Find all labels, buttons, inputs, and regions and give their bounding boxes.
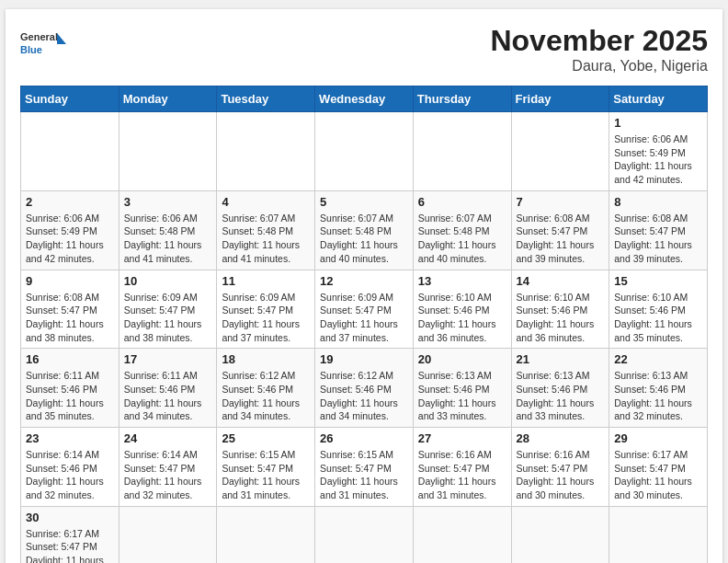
day-info: Sunrise: 6:16 AM Sunset: 5:47 PM Dayligh… [517, 448, 605, 502]
svg-marker-2 [57, 33, 66, 44]
day-info: Sunrise: 6:08 AM Sunset: 5:47 PM Dayligh… [26, 291, 114, 345]
calendar-cell: 16Sunrise: 6:11 AM Sunset: 5:46 PM Dayli… [21, 349, 119, 428]
day-number: 17 [124, 352, 212, 366]
day-info: Sunrise: 6:15 AM Sunset: 5:47 PM Dayligh… [320, 448, 408, 502]
day-number: 25 [222, 431, 310, 445]
calendar-cell [217, 506, 315, 563]
calendar-cell: 22Sunrise: 6:13 AM Sunset: 5:46 PM Dayli… [609, 349, 708, 428]
calendar-week-row: 9Sunrise: 6:08 AM Sunset: 5:47 PM Daylig… [21, 270, 708, 349]
day-number: 3 [124, 195, 212, 209]
calendar-cell: 18Sunrise: 6:12 AM Sunset: 5:46 PM Dayli… [217, 349, 315, 428]
weekday-header-row: SundayMondayTuesdayWednesdayThursdayFrid… [21, 86, 708, 112]
calendar-cell [609, 506, 708, 563]
day-number: 27 [418, 431, 506, 445]
calendar-week-row: 2Sunrise: 6:06 AM Sunset: 5:49 PM Daylig… [21, 190, 708, 270]
svg-text:Blue: Blue [20, 44, 42, 55]
calendar-cell: 28Sunrise: 6:16 AM Sunset: 5:47 PM Dayli… [511, 428, 609, 507]
day-number: 24 [124, 431, 212, 445]
calendar-cell: 14Sunrise: 6:10 AM Sunset: 5:46 PM Dayli… [511, 270, 609, 349]
weekday-header-saturday: Saturday [609, 86, 708, 112]
day-info: Sunrise: 6:11 AM Sunset: 5:46 PM Dayligh… [26, 369, 114, 423]
calendar-cell: 9Sunrise: 6:08 AM Sunset: 5:47 PM Daylig… [21, 270, 119, 349]
calendar-cell: 21Sunrise: 6:13 AM Sunset: 5:46 PM Dayli… [511, 349, 609, 428]
calendar-cell [21, 112, 119, 191]
calendar-week-row: 23Sunrise: 6:14 AM Sunset: 5:46 PM Dayli… [21, 428, 708, 507]
day-number: 26 [320, 431, 408, 445]
day-info: Sunrise: 6:10 AM Sunset: 5:46 PM Dayligh… [614, 291, 702, 345]
day-number: 8 [614, 195, 702, 209]
calendar-cell: 5Sunrise: 6:07 AM Sunset: 5:48 PM Daylig… [315, 190, 414, 270]
day-info: Sunrise: 6:09 AM Sunset: 5:47 PM Dayligh… [124, 291, 212, 345]
calendar-cell [511, 506, 609, 563]
day-info: Sunrise: 6:14 AM Sunset: 5:46 PM Dayligh… [26, 448, 114, 502]
day-info: Sunrise: 6:08 AM Sunset: 5:47 PM Dayligh… [614, 212, 702, 266]
logo: General Blue [20, 24, 66, 65]
calendar-cell: 17Sunrise: 6:11 AM Sunset: 5:46 PM Dayli… [119, 349, 217, 428]
calendar-cell [413, 506, 511, 563]
day-info: Sunrise: 6:11 AM Sunset: 5:46 PM Dayligh… [124, 369, 212, 423]
calendar-cell: 29Sunrise: 6:17 AM Sunset: 5:47 PM Dayli… [609, 428, 708, 507]
calendar-cell: 19Sunrise: 6:12 AM Sunset: 5:46 PM Dayli… [315, 349, 414, 428]
calendar-cell: 12Sunrise: 6:09 AM Sunset: 5:47 PM Dayli… [315, 270, 414, 349]
day-number: 16 [26, 352, 114, 366]
day-number: 2 [26, 195, 114, 209]
day-number: 21 [517, 352, 605, 366]
calendar-cell [119, 506, 217, 563]
calendar-cell [315, 112, 414, 191]
day-info: Sunrise: 6:08 AM Sunset: 5:47 PM Dayligh… [517, 212, 605, 266]
calendar-cell: 24Sunrise: 6:14 AM Sunset: 5:47 PM Dayli… [119, 428, 217, 507]
day-info: Sunrise: 6:12 AM Sunset: 5:46 PM Dayligh… [320, 369, 408, 423]
calendar-cell: 20Sunrise: 6:13 AM Sunset: 5:46 PM Dayli… [413, 349, 511, 428]
calendar-cell: 27Sunrise: 6:16 AM Sunset: 5:47 PM Dayli… [413, 428, 511, 507]
calendar-cell [315, 506, 414, 563]
day-info: Sunrise: 6:12 AM Sunset: 5:46 PM Dayligh… [222, 369, 310, 423]
day-info: Sunrise: 6:06 AM Sunset: 5:49 PM Dayligh… [26, 212, 114, 266]
day-info: Sunrise: 6:09 AM Sunset: 5:47 PM Dayligh… [222, 291, 310, 345]
weekday-header-thursday: Thursday [413, 86, 511, 112]
day-info: Sunrise: 6:10 AM Sunset: 5:46 PM Dayligh… [418, 291, 506, 345]
calendar-cell: 25Sunrise: 6:15 AM Sunset: 5:47 PM Dayli… [217, 428, 315, 507]
calendar-cell: 30Sunrise: 6:17 AM Sunset: 5:47 PM Dayli… [21, 506, 119, 563]
day-info: Sunrise: 6:06 AM Sunset: 5:48 PM Dayligh… [124, 212, 212, 266]
calendar-cell: 10Sunrise: 6:09 AM Sunset: 5:47 PM Dayli… [119, 270, 217, 349]
day-info: Sunrise: 6:07 AM Sunset: 5:48 PM Dayligh… [222, 212, 310, 266]
calendar-cell: 13Sunrise: 6:10 AM Sunset: 5:46 PM Dayli… [413, 270, 511, 349]
calendar-week-row: 30Sunrise: 6:17 AM Sunset: 5:47 PM Dayli… [21, 506, 708, 563]
calendar-table: SundayMondayTuesdayWednesdayThursdayFrid… [20, 86, 708, 563]
calendar-cell [119, 112, 217, 191]
day-number: 12 [320, 274, 408, 288]
calendar-cell: 7Sunrise: 6:08 AM Sunset: 5:47 PM Daylig… [511, 190, 609, 270]
calendar-cell: 1Sunrise: 6:06 AM Sunset: 5:49 PM Daylig… [609, 112, 708, 191]
day-info: Sunrise: 6:13 AM Sunset: 5:46 PM Dayligh… [418, 369, 506, 423]
day-number: 10 [124, 274, 212, 288]
title-block: November 2025 Daura, Yobe, Nigeria [490, 24, 708, 75]
day-info: Sunrise: 6:17 AM Sunset: 5:47 PM Dayligh… [614, 448, 702, 502]
day-number: 14 [517, 274, 605, 288]
day-info: Sunrise: 6:10 AM Sunset: 5:46 PM Dayligh… [517, 291, 605, 345]
day-number: 30 [26, 511, 114, 524]
day-number: 7 [517, 195, 605, 209]
day-number: 19 [320, 352, 408, 366]
calendar-cell [217, 112, 315, 191]
day-number: 5 [320, 195, 408, 209]
day-number: 28 [517, 431, 605, 445]
calendar-cell [413, 112, 511, 191]
day-info: Sunrise: 6:17 AM Sunset: 5:47 PM Dayligh… [26, 527, 114, 563]
weekday-header-wednesday: Wednesday [315, 86, 414, 112]
day-info: Sunrise: 6:07 AM Sunset: 5:48 PM Dayligh… [418, 212, 506, 266]
day-info: Sunrise: 6:07 AM Sunset: 5:48 PM Dayligh… [320, 212, 408, 266]
day-info: Sunrise: 6:16 AM Sunset: 5:47 PM Dayligh… [418, 448, 506, 502]
calendar-title: November 2025 [490, 24, 708, 58]
day-number: 4 [222, 195, 310, 209]
page-header: General Blue November 2025 Daura, Yobe, … [20, 24, 708, 75]
day-number: 29 [614, 431, 702, 445]
day-number: 1 [614, 116, 702, 130]
calendar-week-row: 16Sunrise: 6:11 AM Sunset: 5:46 PM Dayli… [21, 349, 708, 428]
day-info: Sunrise: 6:09 AM Sunset: 5:47 PM Dayligh… [320, 291, 408, 345]
day-info: Sunrise: 6:13 AM Sunset: 5:46 PM Dayligh… [517, 369, 605, 423]
day-number: 15 [614, 274, 702, 288]
calendar-cell: 8Sunrise: 6:08 AM Sunset: 5:47 PM Daylig… [609, 190, 708, 270]
day-number: 22 [614, 352, 702, 366]
day-number: 20 [418, 352, 506, 366]
day-info: Sunrise: 6:13 AM Sunset: 5:46 PM Dayligh… [614, 369, 702, 423]
